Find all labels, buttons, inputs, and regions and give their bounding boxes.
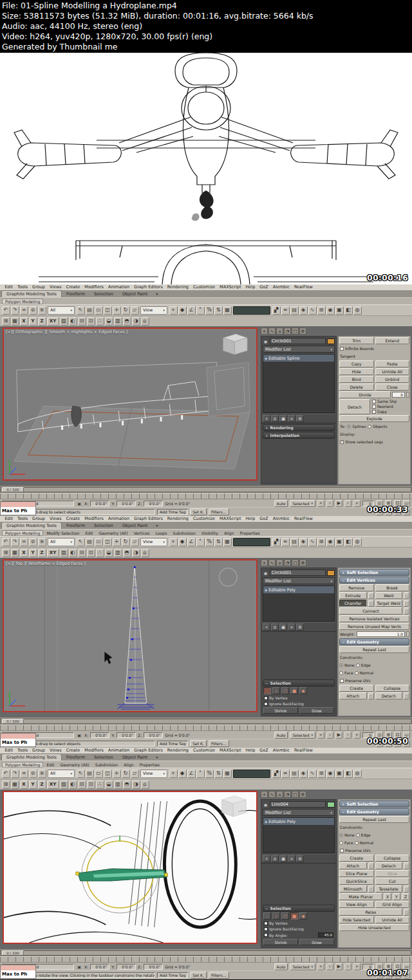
snap-to-pivot-icon[interactable]: ◓ bbox=[123, 317, 131, 326]
pivot-surface-icon[interactable]: ∴ bbox=[96, 317, 104, 326]
checkbox[interactable] bbox=[372, 410, 376, 414]
use-pivot-center-icon[interactable]: ⌖ bbox=[169, 538, 178, 546]
vertex-mode-icon[interactable]: ∴ bbox=[263, 687, 271, 694]
menu-group[interactable]: Group bbox=[30, 748, 48, 753]
rectangular-region-icon[interactable]: ▭ bbox=[95, 770, 103, 778]
menu-create[interactable]: Create bbox=[64, 748, 82, 753]
curve-editor-icon[interactable]: ∿ bbox=[308, 770, 317, 778]
viewport[interactable] bbox=[3, 791, 258, 944]
remove-modifier-icon[interactable]: × bbox=[288, 415, 295, 422]
curve-editor-icon[interactable]: ∿ bbox=[308, 538, 317, 546]
menu-tools[interactable]: Tools bbox=[15, 284, 30, 290]
schematic-view-icon[interactable]: ⊞ bbox=[317, 538, 326, 546]
go-to-end-icon[interactable]: » bbox=[353, 732, 360, 739]
use-pivot-center-icon[interactable]: ⌖ bbox=[169, 306, 178, 315]
menu-alembic[interactable]: Alembic bbox=[270, 516, 292, 522]
remove-modifier-icon[interactable]: × bbox=[288, 855, 295, 862]
layer-manager-icon[interactable]: ▤ bbox=[290, 306, 299, 315]
mini-listener[interactable]: Max to Ph bbox=[0, 965, 36, 979]
snap-to-grid-icon[interactable]: ▥ bbox=[114, 317, 122, 326]
selected-set-dropdown[interactable]: Selected▾ bbox=[290, 732, 315, 739]
add-time-tag[interactable]: Add Time Tag bbox=[157, 741, 188, 746]
settings-box-button[interactable]: □ bbox=[404, 862, 409, 869]
button-make-planar[interactable]: Make Planar bbox=[339, 893, 382, 900]
menu-graph-editors[interactable]: Graph Editors bbox=[132, 748, 165, 753]
context-tab-vertices[interactable]: Vertices bbox=[131, 531, 153, 535]
menu-tools[interactable]: Tools bbox=[15, 748, 30, 753]
ribbon-minimize-icon[interactable]: ▾ bbox=[156, 291, 158, 296]
go-to-start-icon[interactable]: « bbox=[317, 500, 324, 507]
button-delete[interactable]: Delete bbox=[339, 384, 374, 391]
named-selection-set-dropdown[interactable] bbox=[233, 306, 270, 315]
snaps-toggle-icon[interactable]: ∠ bbox=[187, 306, 196, 315]
menu-modifiers[interactable]: Modifiers bbox=[82, 516, 106, 522]
snap-to-pivot-icon[interactable]: ◓ bbox=[123, 781, 131, 789]
snaps-toggle-icon[interactable]: ∠ bbox=[187, 770, 196, 778]
edit-named-selections-icon[interactable]: ▦ bbox=[223, 770, 232, 778]
angle-snap-icon[interactable]: ° bbox=[196, 770, 205, 778]
context-tab-geometry-all[interactable]: Geometry (All) bbox=[57, 763, 91, 767]
set-key-button[interactable]: Set K. bbox=[190, 972, 207, 979]
menu-views[interactable]: Views bbox=[47, 516, 64, 522]
button-remove-unused-map-verts[interactable]: Remove Unused Map Verts bbox=[339, 623, 409, 630]
viewport-layout-icon[interactable]: ⊞ bbox=[2, 317, 10, 326]
select-rotate-icon[interactable]: ↻ bbox=[122, 770, 130, 778]
show-grid-icon[interactable]: ⊟ bbox=[78, 781, 86, 789]
auto-key-button[interactable]: Auto bbox=[274, 963, 288, 970]
redo-icon[interactable]: ↷ bbox=[11, 770, 19, 778]
restrict-z-button[interactable]: Z bbox=[38, 317, 46, 326]
menu-realflow[interactable]: RealFlow bbox=[292, 748, 315, 753]
redo-icon[interactable]: ↷ bbox=[11, 538, 19, 546]
motion-tab-icon[interactable]: ◔ bbox=[284, 559, 291, 566]
button-repeat-last[interactable]: Repeat Last bbox=[339, 816, 409, 823]
menu-animation[interactable]: Animation bbox=[106, 748, 132, 753]
make-unique-icon[interactable]: ▣ bbox=[279, 624, 287, 631]
select-by-name-icon[interactable]: ▤ bbox=[86, 538, 94, 546]
button-shrink[interactable]: Shrink bbox=[263, 939, 298, 945]
shade-selected-icon[interactable]: ◐ bbox=[69, 549, 77, 557]
polygon-mode-icon[interactable]: ■ bbox=[290, 912, 298, 920]
settings-box-button[interactable]: □ bbox=[404, 607, 409, 615]
go-to-end-icon[interactable]: » bbox=[353, 963, 360, 970]
rollout-header-edit-vertices[interactable]: −Edit Vertices bbox=[339, 577, 409, 584]
default-shading-icon[interactable]: ◑ bbox=[132, 781, 140, 789]
button-hide-unselected[interactable]: Hide Unselected bbox=[339, 924, 409, 931]
menu-tools[interactable]: Tools bbox=[15, 516, 30, 522]
button-collapse[interactable]: Collapse bbox=[375, 855, 410, 862]
restrict-y-button[interactable]: Y bbox=[29, 317, 37, 326]
viewport[interactable]: [+][ Top ][ Wireframe + Edged Faces ] bbox=[3, 559, 258, 712]
button-hide[interactable]: Hide bbox=[339, 368, 374, 375]
modifier-list-dropdown[interactable]: Modifier List▾ bbox=[263, 577, 335, 584]
menu-maxscript[interactable]: MAXScript bbox=[218, 516, 243, 522]
rollout-selection[interactable]: −Selection bbox=[263, 905, 335, 912]
percent-snap-icon[interactable]: % bbox=[205, 770, 214, 778]
ribbon-tab-graphite-modeling-tools[interactable]: Graphite Modeling Tools bbox=[1, 753, 62, 761]
radio-option[interactable]: Splines bbox=[347, 424, 366, 429]
material-editor-icon[interactable]: ◉ bbox=[326, 306, 335, 315]
rendered-frame-window-icon[interactable]: ◧ bbox=[344, 306, 353, 315]
select-link-icon[interactable]: ∞ bbox=[20, 306, 28, 315]
graphite-ribbon-toggle-icon[interactable]: ◈ bbox=[299, 306, 308, 315]
checkbox[interactable] bbox=[264, 702, 268, 706]
settings-box-button[interactable]: □ bbox=[368, 885, 374, 892]
set-key-button[interactable]: Set K. bbox=[190, 508, 207, 515]
button-tessellate[interactable]: Tessellate bbox=[375, 885, 403, 892]
menu-maxscript[interactable]: MAXScript bbox=[218, 284, 243, 290]
select-rotate-icon[interactable]: ↻ bbox=[122, 306, 130, 315]
radio-option[interactable]: None bbox=[339, 833, 355, 837]
rollout-rendering[interactable]: +Rendering bbox=[263, 424, 335, 431]
select-object-icon[interactable]: ↖ bbox=[77, 770, 85, 778]
stack-item-editable-spline[interactable]: ◈Editable Spline bbox=[263, 355, 334, 362]
isolate-selection-icon[interactable]: ⊡ bbox=[87, 549, 95, 557]
rectangular-region-icon[interactable]: ▭ bbox=[95, 306, 103, 315]
pin-stack-icon[interactable]: ⌖ bbox=[263, 855, 270, 862]
object-color-swatch[interactable] bbox=[327, 338, 335, 344]
radio-option[interactable]: Objects bbox=[368, 424, 388, 429]
spinner-arrows[interactable] bbox=[406, 631, 409, 637]
button-extend[interactable]: Extend bbox=[375, 337, 410, 344]
modifier-list-dropdown[interactable]: Modifier List▾ bbox=[263, 809, 335, 816]
selected-set-dropdown[interactable]: Selected▾ bbox=[290, 500, 315, 507]
coordinate-z-field[interactable]: 0'0.0" bbox=[144, 732, 163, 738]
layer-manager-icon[interactable]: ▤ bbox=[290, 538, 299, 546]
button-detach[interactable]: Detach bbox=[339, 399, 370, 414]
